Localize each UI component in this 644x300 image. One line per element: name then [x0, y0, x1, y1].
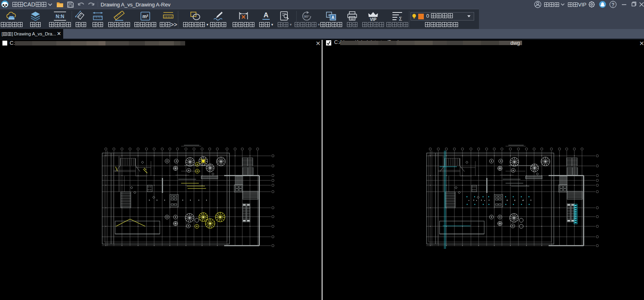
svg-text:Σ: Σ: [399, 16, 402, 21]
svg-text:VIP: VIP: [370, 17, 376, 21]
svg-text:?: ?: [611, 2, 614, 8]
svg-text:m²: m²: [142, 14, 149, 19]
svg-text:90°: 90°: [304, 14, 310, 19]
svg-text:CAD: CAD: [3, 1, 7, 4]
